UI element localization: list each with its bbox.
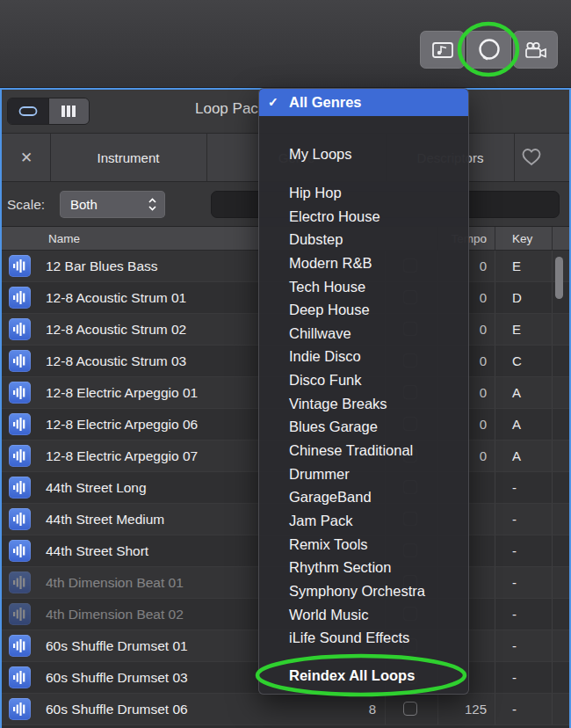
loop-name: 60s Shuffle Drumset 06 — [46, 694, 188, 725]
loop-key: D — [512, 282, 522, 314]
loop-name: 12-8 Acoustic Strum 01 — [46, 282, 186, 314]
loop-icon — [9, 445, 31, 467]
column-header-key[interactable]: Key — [512, 227, 532, 251]
menu-item-all-genres[interactable]: ✓ All Genres — [259, 89, 468, 116]
loop-key: E — [512, 314, 521, 346]
menu-item-genre[interactable]: Electro House — [259, 205, 468, 229]
loop-key: C — [512, 346, 522, 377]
loop-key: - — [512, 535, 517, 567]
scale-label: Scale: — [7, 197, 45, 213]
loop-icon — [9, 255, 31, 277]
column-header-name[interactable]: Name — [48, 227, 80, 251]
loop-name: 12-8 Acoustic Strum 03 — [46, 346, 186, 377]
menu-item-genre[interactable]: Symphony Orchestra — [259, 579, 468, 603]
loop-beats: 8 — [334, 694, 376, 725]
scale-dropdown[interactable]: Both — [60, 191, 165, 218]
loop-key: A — [512, 409, 521, 440]
menu-item-genre[interactable]: iLife Sound Effects — [259, 626, 468, 650]
menu-item-genre[interactable]: Vintage Breaks — [259, 392, 468, 416]
loop-icon — [9, 413, 31, 435]
vertical-scrollbar[interactable] — [555, 257, 563, 299]
scale-dropdown-value: Both — [70, 197, 98, 212]
menu-item-genre[interactable]: Disco Funk — [259, 368, 468, 392]
menu-item-label: All Genres — [289, 94, 362, 110]
loop-key: A — [512, 440, 521, 472]
menu-item-genre[interactable]: Tech House — [259, 275, 468, 299]
media-browser-icon — [431, 41, 454, 59]
loop-name: 12 Bar Blues Bass — [46, 251, 158, 282]
favorites-heart-icon[interactable] — [521, 147, 563, 166]
loop-icon — [9, 350, 31, 372]
loop-icon — [9, 477, 31, 499]
movie-camera-button[interactable] — [513, 31, 558, 69]
button-view-icon — [18, 106, 38, 117]
menu-item-genre[interactable]: Modern R&B — [259, 251, 468, 275]
loop-name: 12-8 Electric Arpeggio 06 — [46, 409, 198, 440]
menu-item-genre[interactable]: Indie Disco — [259, 345, 468, 368]
menu-item-genre[interactable]: Drummer — [259, 462, 468, 486]
menu-item-genre[interactable]: Hip Hop — [259, 181, 468, 205]
loop-name: 60s Shuffle Drumset 03 — [46, 662, 188, 694]
loop-key: A — [512, 377, 521, 409]
close-icon[interactable]: ✕ — [14, 134, 39, 182]
loop-key: E — [512, 251, 521, 282]
menu-item-genre[interactable]: Chinese Traditional — [259, 439, 468, 462]
loop-icon — [9, 318, 31, 340]
menu-item-genre[interactable]: Jam Pack — [259, 509, 468, 533]
loop-key: - — [512, 472, 517, 504]
loop-name: 4th Dimension Beat 01 — [46, 567, 184, 599]
loop-key: - — [512, 599, 517, 630]
loop-tempo: 125 — [425, 694, 487, 725]
loop-name: 12-8 Acoustic Strum 02 — [46, 314, 186, 346]
loop-key: - — [512, 694, 517, 725]
menu-item-genre[interactable]: Rhythm Section — [259, 556, 468, 579]
loop-name: 44th Street Short — [46, 535, 148, 567]
tab-instrument[interactable]: Instrument — [50, 134, 206, 182]
view-toggle — [7, 98, 90, 125]
menu-item-genre[interactable]: Deep House — [259, 298, 468, 322]
column-view-toggle[interactable] — [48, 98, 89, 124]
genres-menu: ✓ All Genres My Loops Hip Hop Electro Ho… — [258, 88, 469, 695]
menu-item-my-loops[interactable]: My Loops — [259, 141, 468, 167]
loop-name: 44th Street Long — [46, 472, 147, 504]
loop-icon — [9, 287, 31, 309]
table-row[interactable]: 60s Shuffle Drumset 06 8 125 - — [0, 694, 571, 725]
top-toolbar — [0, 0, 571, 88]
movie-camera-icon — [524, 41, 547, 59]
loop-name: 4th Dimension Beat 02 — [46, 599, 184, 630]
loop-icon — [9, 508, 31, 530]
loop-pack-title: Loop Pack — [195, 100, 265, 118]
menu-item-genre[interactable]: Blues Garage — [259, 415, 468, 439]
menu-item-reindex-all-loops[interactable]: Reindex All Loops — [259, 662, 468, 688]
menu-item-genre[interactable]: Dubstep — [259, 228, 468, 251]
chevron-up-down-icon — [148, 197, 157, 212]
loop-key: - — [512, 662, 517, 694]
loop-browser-button[interactable] — [466, 31, 511, 69]
loop-key: - — [512, 504, 517, 535]
loop-icon — [9, 540, 31, 562]
checkmark-icon: ✓ — [268, 89, 278, 116]
loop-icon — [9, 603, 31, 625]
media-browser-button[interactable] — [420, 31, 465, 69]
column-view-icon — [61, 106, 76, 117]
menu-item-genre[interactable]: Remix Tools — [259, 533, 468, 557]
loop-icon — [9, 698, 31, 720]
loop-key: - — [512, 630, 517, 662]
menu-item-genre[interactable]: World Music — [259, 603, 468, 627]
loop-icon — [9, 666, 31, 688]
loop-name: 12-8 Electric Arpeggio 07 — [46, 440, 198, 472]
button-view-toggle[interactable] — [8, 98, 48, 124]
loop-icon — [9, 382, 31, 404]
loop-key: - — [512, 567, 517, 599]
loop-name: 44th Street Medium — [46, 504, 164, 535]
loop-name: 60s Shuffle Drumset 01 — [46, 630, 188, 662]
menu-item-genre[interactable]: GarageBand — [259, 485, 468, 509]
menu-item-genre[interactable]: Chillwave — [259, 322, 468, 346]
loop-icon — [9, 571, 31, 593]
loop-browser-icon — [476, 37, 502, 63]
favorite-checkbox[interactable] — [403, 702, 417, 716]
loop-icon — [9, 635, 31, 657]
loop-name: 12-8 Electric Arpeggio 01 — [46, 377, 198, 409]
